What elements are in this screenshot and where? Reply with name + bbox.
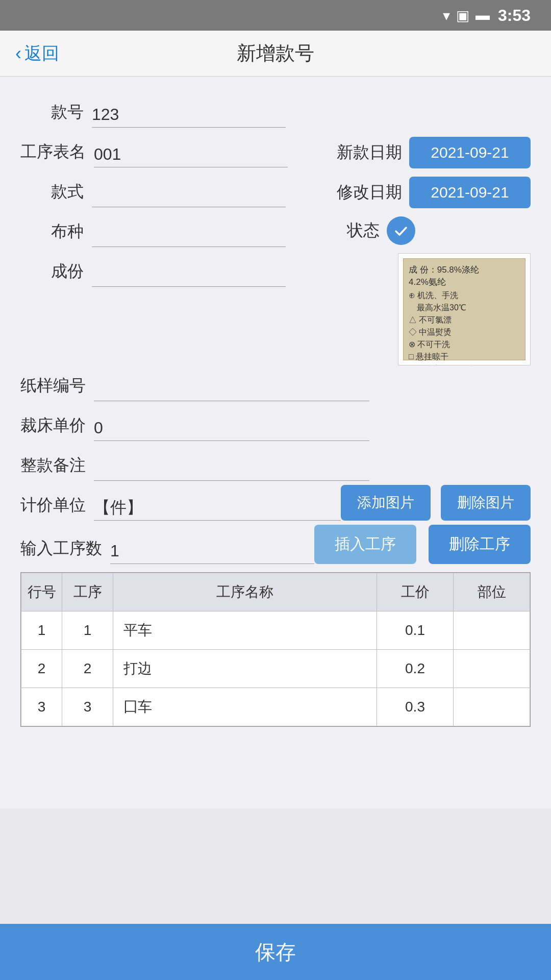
beizhui-row: 整款备注 [20, 445, 531, 481]
back-button[interactable]: ‹ 返回 [15, 42, 59, 65]
cell-buwei-0 [454, 611, 530, 650]
beizhui-label: 整款备注 [20, 454, 94, 481]
battery-icon: ▬ [475, 7, 490, 23]
care-label-content: 成 份：95.8%涤纶 4.2%氨纶 ⊕ 机洗、手洗 最高水温30℃ △ 不可氯… [403, 258, 525, 360]
status-time: 3:53 [498, 6, 531, 25]
kuhao-label: 款号 [20, 101, 92, 128]
cell-hang-1: 2 [21, 650, 62, 688]
table: 行号 工序 工序名称 工价 部位 1 1 平车 0.1 2 2 打边 0.2 3… [21, 573, 530, 726]
save-label: 保存 [255, 938, 296, 966]
zhuangtai-row: 状态 [337, 216, 531, 245]
status-check-btn[interactable] [387, 216, 415, 245]
xiugaidate-row: 修改日期 2021-09-21 [337, 177, 531, 208]
back-arrow-icon: ‹ [15, 43, 21, 64]
jiajia-input-wrap [94, 498, 341, 521]
col-name: 工序名称 [113, 573, 377, 611]
care-hang: □ 悬挂晾干 [409, 352, 520, 362]
care-icons: ⊕ 机洗、手洗 最高水温30℃ △ 不可氯漂 ◇ 中温熨烫 ⊗ 不可干洗 □ 悬… [409, 290, 520, 365]
add-image-btn[interactable]: 添加图片 [341, 485, 431, 521]
table-row: 1 1 平车 0.1 [21, 611, 530, 650]
shuru-input-wrap [110, 542, 314, 564]
header: ‹ 返回 新增款号 [0, 31, 551, 77]
table-row: 3 3 囗车 0.3 [21, 688, 530, 726]
process-buttons: 插入工序 删除工序 [314, 525, 531, 564]
kuhao-input-wrap [92, 105, 286, 128]
cell-gongxu-2: 3 [62, 688, 113, 726]
buzhong-input[interactable] [92, 225, 286, 243]
table-row: 2 2 打边 0.2 [21, 650, 530, 688]
cell-gongjia-1: 0.2 [377, 650, 454, 688]
col-gongjia: 工价 [377, 573, 454, 611]
gongxu-input[interactable] [94, 145, 288, 164]
kuhao-input[interactable] [92, 105, 286, 124]
chengfen-input[interactable] [92, 264, 286, 283]
cell-buwei-1 [454, 650, 530, 688]
caichuang-label: 裁床单价 [20, 414, 94, 441]
zhuangtai-label: 状态 [347, 219, 380, 242]
xiugaidate-btn[interactable]: 2021-09-21 [409, 177, 531, 208]
care-dryclean: ⊗ 不可干洗 [409, 339, 520, 350]
content-area: 款号 工序表名 款式 布种 [0, 77, 551, 808]
delete-process-btn[interactable]: 删除工序 [429, 525, 531, 564]
table-header-row: 行号 工序 工序名称 工价 部位 [21, 573, 530, 611]
xindate-btn[interactable]: 2021-09-21 [409, 137, 531, 168]
buzhong-row: 布种 [20, 211, 337, 247]
caichuang-row: 裁床单价 [20, 405, 531, 441]
insert-process-btn[interactable]: 插入工序 [314, 525, 416, 564]
cell-name-2: 囗车 [113, 688, 377, 726]
process-table: 行号 工序 工序名称 工价 部位 1 1 平车 0.1 2 2 打边 0.2 3… [20, 572, 531, 727]
care-temp: 最高水温30℃ [409, 303, 520, 313]
gongxu-row: 工序表名 [20, 132, 337, 167]
xiugaidate-label: 修改日期 [337, 181, 402, 204]
cell-hang-2: 3 [21, 688, 62, 726]
caichuang-input[interactable] [94, 419, 369, 437]
cell-name-0: 平车 [113, 611, 377, 650]
jiajia-input[interactable] [94, 498, 341, 517]
cell-gongjia-0: 0.1 [377, 611, 454, 650]
buzhong-input-wrap [92, 225, 286, 247]
kuhao-row: 款号 [20, 92, 531, 128]
zhiyang-input[interactable] [94, 379, 369, 398]
col-gongxu: 工序 [62, 573, 113, 611]
cell-gongjia-2: 0.3 [377, 688, 454, 726]
chengfen-input-wrap [92, 264, 286, 287]
care-bleach: △ 不可氯漂 [409, 315, 520, 326]
chengfen-label: 成份 [20, 260, 92, 287]
kuanshi-row: 款式 [20, 172, 337, 207]
cell-gongxu-0: 1 [62, 611, 113, 650]
shuru-row: 输入工序数 [20, 528, 314, 564]
checkmark-icon [393, 223, 409, 239]
delete-image-btn[interactable]: 删除图片 [441, 485, 531, 521]
top-section: 工序表名 款式 布种 成份 [20, 132, 531, 365]
cell-gongxu-1: 2 [62, 650, 113, 688]
shuru-input[interactable] [110, 542, 314, 560]
caichuang-input-wrap [94, 419, 369, 441]
beizhui-input-wrap [94, 458, 369, 481]
left-column: 工序表名 款式 布种 成份 [20, 132, 337, 365]
cell-hang-0: 1 [21, 611, 62, 650]
jiajia-label: 计价单位 [20, 494, 94, 521]
care-iron: ◇ 中温熨烫 [409, 327, 520, 338]
zhiyang-label: 纸样编号 [20, 375, 94, 401]
col-hang: 行号 [21, 573, 62, 611]
gongxu-label: 工序表名 [20, 141, 94, 167]
cell-name-1: 打边 [113, 650, 377, 688]
xindate-row: 新款日期 2021-09-21 [337, 137, 531, 168]
care-text-line1: 成 份：95.8%涤纶 4.2%氨纶 [409, 264, 520, 288]
xindate-label: 新款日期 [337, 141, 402, 164]
gongxu-input-wrap [94, 145, 288, 167]
beizhui-input[interactable] [94, 458, 369, 477]
kuanshi-input[interactable] [92, 185, 286, 204]
right-column: 新款日期 2021-09-21 修改日期 2021-09-21 状态 [337, 132, 531, 365]
signal-icon: ▣ [456, 7, 469, 24]
zhiyang-row: 纸样编号 [20, 365, 531, 401]
save-bar[interactable]: 保存 [0, 924, 551, 980]
cell-buwei-2 [454, 688, 530, 726]
status-icons: ▾ ▣ ▬ [443, 7, 490, 24]
page-title: 新增款号 [237, 40, 314, 66]
kuanshi-input-wrap [92, 185, 286, 207]
care-separate: （深浅衣物分开洗） [409, 364, 520, 365]
image-buttons: 添加图片 删除图片 [341, 485, 531, 521]
care-wash: ⊕ 机洗、手洗 [409, 290, 520, 301]
jiajia-row: 计价单位 [20, 485, 341, 521]
